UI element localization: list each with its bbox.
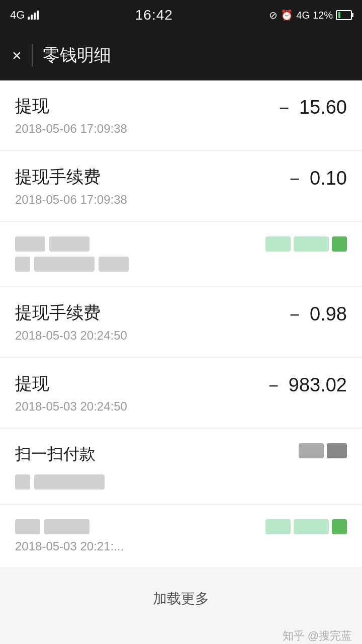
tx-date: 2018-05-03 20:21:...	[15, 539, 124, 553]
header-divider	[32, 44, 33, 66]
blurred-date	[34, 474, 105, 490]
list-item: 提现 2018-05-03 20:24:50 － 983.02	[0, 358, 362, 428]
tx-amount: － 15.60	[275, 95, 347, 120]
status-bar: 4G 16:42 ⊘ ⏰ 4G 12%	[0, 0, 362, 30]
signal-icon	[28, 11, 39, 20]
tx-title: 提现	[15, 372, 127, 395]
page-title: 零钱明细	[43, 44, 111, 67]
tx-amount: － 0.10	[285, 166, 347, 191]
close-button[interactable]: ×	[12, 47, 22, 63]
blurred-date2	[99, 257, 129, 272]
blurred-title	[15, 519, 40, 534]
blurred-date	[34, 257, 95, 272]
clock: 16:42	[135, 7, 173, 23]
blurred-subtitle	[49, 236, 89, 252]
tx-date: 2018-05-06 17:09:38	[15, 193, 127, 207]
status-left: 4G	[10, 9, 39, 22]
tx-amount: － 0.98	[285, 301, 347, 327]
tx-title: 提现手续费	[15, 301, 127, 325]
list-item-blurred: 扫一扫付款	[0, 429, 362, 504]
list-item: 提现手续费 2018-05-06 17:09:38 － 0.10	[0, 151, 362, 221]
signal-4g: 4G	[296, 10, 310, 21]
blurred-date-prefix	[15, 257, 30, 272]
blurred-amount	[299, 443, 347, 458]
battery-icon	[336, 10, 352, 20]
list-item: 提现 2018-05-06 17:09:38 － 15.60	[0, 80, 362, 150]
tx-date: 2018-05-06 17:09:38	[15, 122, 127, 136]
tx-date: 2018-05-03 20:24:50	[15, 399, 127, 414]
battery-percent: 12%	[313, 10, 333, 21]
tx-date: 2018-05-03 20:24:50	[15, 329, 127, 343]
status-right: ⊘ ⏰ 4G 12%	[269, 9, 352, 21]
list-item-blurred	[0, 222, 362, 286]
tx-amount: － 983.02	[264, 372, 347, 398]
alarm-icon: ⏰	[281, 9, 293, 21]
network-label: 4G	[10, 9, 25, 22]
list-item: 提现手续费 2018-05-03 20:24:50 － 0.98	[0, 287, 362, 357]
list-item-blurred: 2018-05-03 20:21:...	[0, 505, 362, 568]
load-more-area: 加载更多	[0, 569, 362, 623]
blurred-amount	[265, 236, 347, 252]
blurred-amount	[265, 519, 347, 534]
blurred-date-prefix	[15, 474, 30, 490]
transaction-list: 提现 2018-05-06 17:09:38 － 15.60 提现手续费 201…	[0, 80, 362, 568]
mute-icon: ⊘	[269, 9, 278, 21]
tx-title: 提现手续费	[15, 166, 127, 189]
watermark: 知乎 @搜完蓝	[0, 623, 362, 644]
tx-title: 扫一扫付款	[15, 443, 96, 465]
blurred-subtitle	[44, 519, 89, 534]
blurred-title	[15, 236, 45, 252]
load-more-button[interactable]: 加载更多	[153, 589, 209, 608]
header: × 零钱明细	[0, 30, 362, 80]
tx-title: 提现	[15, 95, 127, 118]
